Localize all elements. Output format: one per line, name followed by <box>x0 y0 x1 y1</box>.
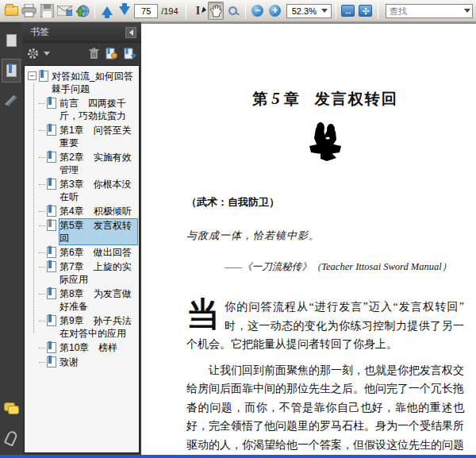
paperclip-icon <box>4 429 18 446</box>
bookmark-page-icon <box>47 288 56 299</box>
signatures-panel-button[interactable] <box>2 89 21 113</box>
open-folder-icon <box>5 6 18 16</box>
email-button[interactable] <box>56 2 73 20</box>
tree-connector <box>39 294 45 294</box>
hand-tool-button[interactable] <box>208 2 224 20</box>
bookmark-item[interactable]: 第8章 为发言做好准备 <box>28 287 137 314</box>
bookmark-page-icon <box>47 356 56 368</box>
options-dropdown-icon[interactable] <box>44 52 50 56</box>
zoom-in-button[interactable]: + <box>267 2 283 20</box>
bookmark-item[interactable]: 第2章 实施有效管理 <box>28 150 137 177</box>
comments-panel-button[interactable] <box>2 396 21 420</box>
chevron-left-icon <box>129 29 133 36</box>
bookmark-item[interactable]: 第9章 孙子兵法在对答中的应用 <box>28 314 137 341</box>
globe-upload-icon <box>75 4 90 18</box>
judo-figures-illustration <box>305 122 346 164</box>
epigraph: 与敌成一体，恰若镜中影。 <box>186 229 464 243</box>
epigraph-attribution: ——《一刀流秘传》（Teacher Ittosai Sword Manual） <box>225 260 464 274</box>
bookmark-label: 第10章 榜样 <box>60 341 137 354</box>
comments-bubbles-icon <box>4 402 18 414</box>
bookmark-item[interactable]: 第7章 上旋的实际应用 <box>28 260 137 287</box>
chapter-title: 第5章发言权转回 <box>186 89 464 110</box>
bookmark-label: 第2章 实施有效管理 <box>60 151 137 176</box>
bookmark-page-icon <box>47 125 56 136</box>
bookmark-item[interactable]: 第1章 问答至关重要 <box>28 123 137 150</box>
bookmarks-icon <box>6 64 17 77</box>
bookmarks-sidebar: 书签 <box>22 22 141 455</box>
next-page-button[interactable] <box>117 2 132 20</box>
signature-pen-icon <box>5 95 17 106</box>
bookmark-label: 第5章 发言权转回 <box>60 219 137 244</box>
drop-cap: 当 <box>186 298 225 329</box>
chapter-number: 5 <box>269 89 284 108</box>
previous-page-button[interactable] <box>99 2 115 20</box>
bookmark-label: 第9章 孙子兵法在对答中的应用 <box>60 314 137 340</box>
bookmark-page-icon <box>47 98 56 109</box>
bookmark-page-icon <box>47 152 56 163</box>
print-button[interactable] <box>21 2 37 20</box>
zoom-level-dropdown[interactable]: 52.3% <box>286 4 332 18</box>
bookmark-item[interactable]: 第5章 发言权转回 <box>28 218 137 245</box>
tree-connector <box>39 184 45 185</box>
pdf-reader-window: /194 I − + 52.3% ↔ ✣ <box>0 0 476 458</box>
pages-panel-button[interactable] <box>2 29 21 52</box>
find-dropdown-icon[interactable] <box>464 9 470 13</box>
bookmark-label: 前言 四两拨千斤，巧劲抗蛮力 <box>60 97 137 122</box>
bookmark-page-icon <box>47 261 56 272</box>
bookmark-item[interactable]: 第3章 你根本没在听 <box>28 177 137 204</box>
bookmark-item[interactable]: 第6章 做出回答 <box>28 245 137 260</box>
save-button[interactable] <box>39 2 55 20</box>
printer-icon <box>21 4 36 17</box>
document-pane[interactable]: 第5章发言权转回 （武术：自我防卫） 与敌成一体，恰若镜中影。 ——《一刀流秘传… <box>141 22 476 455</box>
attachments-panel-button[interactable] <box>2 426 21 450</box>
bookmark-label: 第8章 为发言做好准备 <box>60 287 137 313</box>
find-box <box>386 4 473 18</box>
fit-page-button[interactable]: ✣ <box>358 2 374 20</box>
navigation-rail <box>0 22 22 455</box>
bookmark-page-icon <box>47 342 56 353</box>
magnifier-icon <box>228 6 237 15</box>
chapter-no-suffix: 章 <box>284 90 301 107</box>
bookmark-label: 第7章 上旋的实际应用 <box>60 260 137 286</box>
tree-connector <box>39 348 45 348</box>
chevron-down-icon <box>321 9 328 13</box>
bookmark-list: −对答如流_如何回答棘手问题前言 四两拨千斤，巧劲抗蛮力第1章 问答至关重要第2… <box>28 69 137 369</box>
chapter-name: 发言权转回 <box>315 90 398 107</box>
find-input[interactable] <box>386 6 463 17</box>
bookmark-page-icon <box>47 220 56 231</box>
tree-connector <box>39 103 45 104</box>
select-tool-icon: I <box>196 5 200 17</box>
fit-width-button[interactable]: ↔ <box>340 2 356 20</box>
bookmark-item[interactable]: 致谢 <box>28 355 137 369</box>
collapse-toggle[interactable]: − <box>28 71 36 80</box>
sidebar-header: 书签 <box>22 22 141 43</box>
bookmark-item[interactable]: 第4章 积极倾听 <box>28 204 137 218</box>
bookmark-page-icon <box>47 179 56 190</box>
select-tool-button[interactable]: I <box>190 2 206 20</box>
zoom-level-value: 52.3% <box>289 6 320 16</box>
bookmarks-panel-button[interactable] <box>2 59 21 83</box>
delete-bookmark-trash-icon[interactable] <box>89 48 99 60</box>
bookmark-item[interactable]: 前言 四两拨千斤，巧劲抗蛮力 <box>28 96 137 123</box>
hand-tool-icon <box>209 4 222 17</box>
zoom-out-button[interactable]: − <box>250 2 266 20</box>
bookmark-item[interactable]: −对答如流_如何回答棘手问题 <box>28 69 137 96</box>
page-down-arrow-icon <box>119 6 130 15</box>
expand-bookmark-icon[interactable] <box>124 48 136 60</box>
page-number-input[interactable] <box>134 4 158 18</box>
marquee-zoom-button[interactable] <box>225 2 241 20</box>
sidebar-title: 书签 <box>30 25 125 39</box>
new-bookmark-icon[interactable] <box>106 48 117 60</box>
options-gear-icon[interactable] <box>27 48 39 60</box>
toolbar-separator <box>378 3 378 19</box>
toolbar-separator <box>186 3 186 19</box>
collapse-sidebar-button[interactable] <box>125 27 136 38</box>
upload-document-button[interactable] <box>75 2 90 20</box>
bookmark-tree: −对答如流_如何回答棘手问题前言 四两拨千斤，巧劲抗蛮力第1章 问答至关重要第2… <box>24 65 140 453</box>
bookmark-item[interactable]: 第10章 榜样 <box>28 341 137 355</box>
tree-connector <box>39 321 45 321</box>
toolbar-separator <box>94 3 95 19</box>
pdf-page: 第5章发言权转回 （武术：自我防卫） 与敌成一体，恰若镜中影。 ——《一刀流秘传… <box>141 24 476 455</box>
open-file-button[interactable] <box>3 2 19 20</box>
tree-connector-lines <box>33 83 34 333</box>
